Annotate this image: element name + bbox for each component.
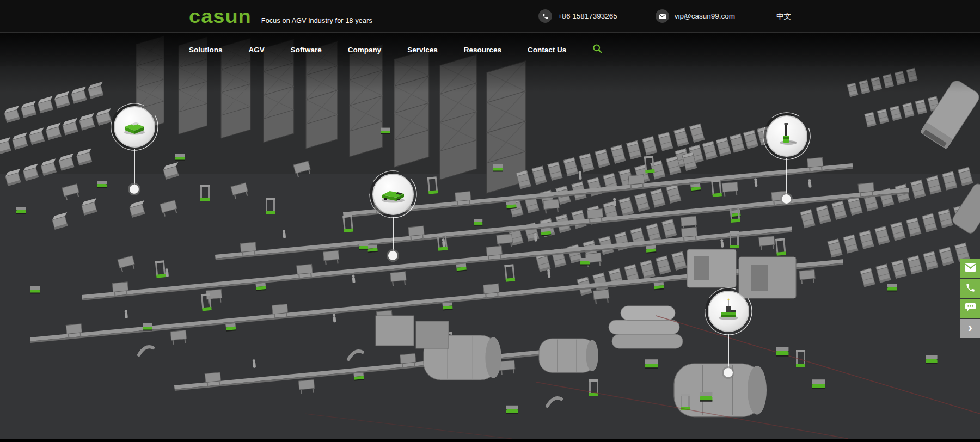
email-address: vip@casun99.com (675, 12, 735, 20)
nav-item-contact-us[interactable]: Contact Us (528, 46, 566, 54)
search-icon (592, 44, 603, 56)
chevron-right-icon: › (968, 321, 972, 334)
hotspot-stacker-forklift-agv[interactable] (762, 112, 811, 204)
phone-icon (538, 9, 552, 23)
hotspot-tugger-agv[interactable] (369, 170, 418, 260)
casun-homepage: casun Focus on AGV industry for 18 years… (0, 0, 980, 442)
hotspot-connector (134, 149, 135, 185)
email-contact[interactable]: vip@casun99.com (656, 9, 735, 23)
hotspot-unit-load-agv[interactable] (110, 102, 159, 194)
hotspot-connector (728, 334, 729, 368)
hotspot-anchor-dot (724, 368, 733, 377)
phone-number: +86 15817393265 (558, 12, 617, 20)
nav-item-company[interactable]: Company (348, 46, 382, 54)
chat-bubble-icon (965, 303, 976, 314)
nav-item-resources[interactable]: Resources (464, 46, 501, 54)
tagline: Focus on AGV industry for 18 years (261, 17, 372, 24)
envelope-icon (965, 263, 976, 273)
hotspot-anchor-dot (130, 185, 139, 194)
float-chat-button[interactable] (960, 299, 980, 318)
main-navigation: Solutions AGV Software Company Services … (0, 33, 980, 66)
hotspot-mast-antenna-agv[interactable] (704, 287, 753, 377)
floating-contact-panel: › (960, 259, 980, 339)
float-email-button[interactable] (960, 259, 980, 278)
search-button[interactable] (592, 44, 603, 56)
nav-item-solutions[interactable]: Solutions (189, 46, 223, 54)
hotspot-connector (786, 158, 787, 194)
hotspot-anchor-dot (388, 251, 397, 260)
top-bar: casun Focus on AGV industry for 18 years… (0, 0, 980, 33)
warehouse-scene (0, 33, 980, 439)
language-toggle[interactable]: 中文 (776, 11, 791, 21)
hero-section: Solutions AGV Software Company Services … (0, 33, 980, 439)
envelope-icon (656, 9, 669, 23)
page-bottom-edge (0, 439, 980, 442)
phone-contact[interactable]: +86 15817393265 (538, 9, 617, 23)
nav-item-software[interactable]: Software (291, 46, 322, 54)
casun-logo[interactable]: casun (189, 7, 252, 26)
hotspot-anchor-dot (782, 194, 791, 204)
hotspot-connector (393, 217, 394, 251)
nav-item-services[interactable]: Services (407, 46, 438, 54)
float-phone-button[interactable] (960, 279, 980, 298)
phone-icon (965, 283, 976, 294)
nav-item-agv[interactable]: AGV (249, 46, 265, 54)
float-expand-button[interactable]: › (960, 319, 980, 338)
